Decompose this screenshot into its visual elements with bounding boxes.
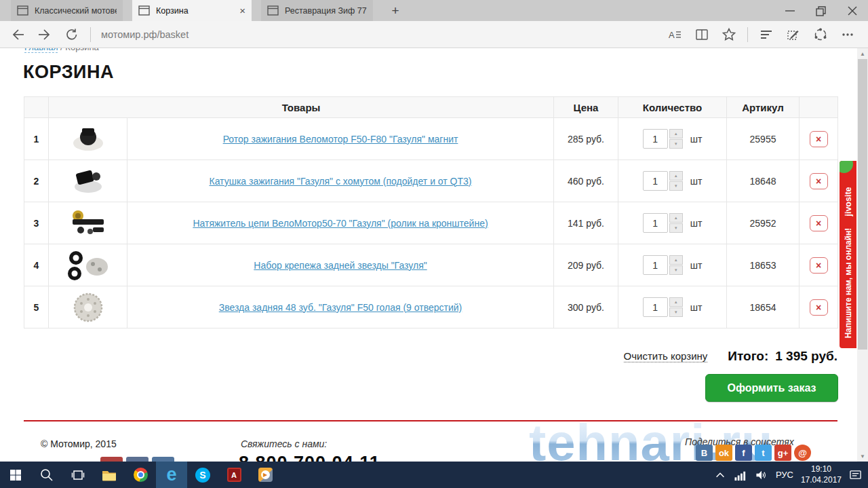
remove-item-button[interactable]: × xyxy=(810,173,828,189)
browser-tab[interactable]: Классический мотовелоси xyxy=(11,0,123,21)
restore-button[interactable] xyxy=(806,0,837,21)
scrollbar[interactable]: ▲ ▼ xyxy=(857,48,868,462)
taskbar-task-view-icon[interactable] xyxy=(62,462,94,488)
share-google-plus-icon[interactable]: g+ xyxy=(774,445,791,461)
product-link[interactable]: Натяжитель цепи ВелоМотор50-70 "Газуля" … xyxy=(193,218,488,229)
qty-unit: шт xyxy=(690,218,703,229)
taskbar-file-explorer-icon[interactable] xyxy=(94,462,125,488)
share-icon[interactable] xyxy=(807,23,834,46)
product-link[interactable]: Набор крепежа задней звезды "Газуля" xyxy=(254,260,427,271)
scroll-down-icon[interactable]: ▼ xyxy=(857,451,868,462)
qty-decrease-button[interactable]: ▼ xyxy=(669,307,683,317)
qty-increase-button[interactable]: ▲ xyxy=(669,171,683,181)
row-number: 3 xyxy=(34,218,39,229)
product-price: 141 руб. xyxy=(568,218,604,229)
reading-view-icon[interactable]: A xyxy=(661,23,688,46)
share-left-1-icon[interactable] xyxy=(100,457,123,462)
taskbar-chrome-icon[interactable] xyxy=(125,462,156,488)
reading-list-icon[interactable] xyxy=(688,23,715,46)
share-vk-icon[interactable]: В xyxy=(696,445,713,461)
hub-icon[interactable] xyxy=(753,23,780,46)
remove-item-button[interactable]: × xyxy=(810,131,828,147)
page-icon xyxy=(17,5,28,16)
page-title: КОРЗИНА xyxy=(23,62,114,83)
product-thumb xyxy=(49,206,127,241)
taskbar-search-icon[interactable] xyxy=(31,462,62,488)
back-icon[interactable] xyxy=(4,23,31,46)
scroll-up-icon[interactable]: ▲ xyxy=(857,48,868,59)
qty-input[interactable] xyxy=(643,129,668,149)
share-facebook-icon[interactable]: f xyxy=(735,445,752,461)
action-center-icon[interactable] xyxy=(849,469,863,481)
tab-close-icon[interactable]: × xyxy=(239,5,245,16)
qty-spinner: ▲ ▼ xyxy=(669,129,683,149)
qty-decrease-button[interactable]: ▼ xyxy=(669,223,683,233)
new-tab-button[interactable]: + xyxy=(382,0,408,21)
taskbar-acrobat-icon[interactable]: A xyxy=(218,462,250,488)
tab-title: Корзина xyxy=(156,6,233,16)
share-mailru-icon[interactable]: @ xyxy=(794,445,811,461)
footer-share-icons-left xyxy=(100,457,174,462)
remove-item-button[interactable]: × xyxy=(810,257,828,274)
toolbar-buttons: A xyxy=(661,23,861,46)
share-left-2-icon[interactable] xyxy=(126,457,149,462)
share-odnoklassniki-icon[interactable]: ok xyxy=(715,445,732,461)
product-price: 300 руб. xyxy=(568,302,604,313)
qty-decrease-button[interactable]: ▼ xyxy=(669,139,683,149)
qty-input[interactable] xyxy=(643,297,668,317)
qty-input[interactable] xyxy=(643,171,668,191)
taskbar-skype-icon[interactable]: S xyxy=(187,462,218,488)
browser-tab[interactable]: Корзина× xyxy=(132,0,252,21)
browser-tab[interactable]: Реставрация Зиф 77 - Стра xyxy=(261,0,373,21)
taskbar-start-icon[interactable] xyxy=(0,462,31,488)
speaker-icon[interactable] xyxy=(755,469,768,481)
taskbar: eSA▶ РУС 19:10 17.04.2017 xyxy=(0,462,868,488)
language-indicator[interactable]: РУС xyxy=(776,470,793,480)
contact-label: Свяжитесь с нами: xyxy=(241,438,327,449)
browser-toolbar: мотомир.рф/basket A xyxy=(0,21,868,48)
taskbar-edge-icon[interactable]: e xyxy=(156,462,187,488)
close-button[interactable] xyxy=(837,0,868,21)
qty-increase-button[interactable]: ▲ xyxy=(669,297,683,307)
product-link[interactable]: Ротор зажигания Веломотор F50-F80 "Газул… xyxy=(223,134,458,145)
favorites-icon[interactable] xyxy=(715,23,743,46)
page-icon xyxy=(267,5,279,16)
remove-item-button[interactable]: × xyxy=(810,299,828,316)
product-link[interactable]: Катушка зажигания "Газуля" с хомутом (по… xyxy=(209,176,471,187)
qty-input[interactable] xyxy=(643,255,668,275)
breadcrumb-home-link[interactable]: Главная xyxy=(24,48,58,53)
tab-strip: Классический мотовелосиКорзина×Реставрац… xyxy=(11,0,382,21)
qty-increase-button[interactable]: ▲ xyxy=(669,255,683,265)
share-left-3-icon[interactable] xyxy=(152,457,174,462)
col-header-sku: Артикул xyxy=(727,97,800,118)
qty-increase-button[interactable]: ▲ xyxy=(669,213,683,223)
qty-unit: шт xyxy=(690,176,703,187)
col-header-quantity: Количество xyxy=(618,97,727,118)
product-link[interactable]: Звезда задняя 48 зуб. "Газуля" F50 голая… xyxy=(219,302,462,313)
more-icon[interactable] xyxy=(834,23,861,46)
qty-increase-button[interactable]: ▲ xyxy=(669,129,683,138)
scrollbar-thumb[interactable] xyxy=(858,59,867,350)
qty-input[interactable] xyxy=(643,213,668,233)
taskbar-media-player-icon[interactable]: ▶ xyxy=(250,462,281,488)
refresh-icon[interactable] xyxy=(58,23,85,46)
product-thumb xyxy=(49,290,127,325)
checkout-button[interactable]: Оформить заказ xyxy=(705,374,838,402)
tray-chevron-up-icon[interactable] xyxy=(714,469,726,481)
qty-decrease-button[interactable]: ▼ xyxy=(669,181,683,191)
minimize-button[interactable] xyxy=(774,0,806,21)
chat-message: Напишите нам, мы онлайн! xyxy=(844,228,853,339)
network-signal-icon[interactable] xyxy=(734,469,747,481)
chat-widget-tab[interactable]: jivosite Напишите нам, мы онлайн! xyxy=(840,161,856,348)
url-text[interactable]: мотомир.рф/basket xyxy=(101,29,661,40)
qty-decrease-button[interactable]: ▼ xyxy=(669,265,683,275)
share-twitter-icon[interactable]: t xyxy=(755,445,772,461)
clock[interactable]: 19:10 17.04.2017 xyxy=(801,464,842,485)
forward-icon[interactable] xyxy=(31,23,58,46)
chat-brand: jivosite xyxy=(844,187,853,216)
svg-text:A: A xyxy=(669,30,675,40)
ink-icon[interactable] xyxy=(780,23,807,46)
clear-cart-link[interactable]: Очистить корзину xyxy=(624,350,708,362)
quantity-control: ▲ ▼ шт xyxy=(643,171,703,191)
remove-item-button[interactable]: × xyxy=(810,215,828,231)
